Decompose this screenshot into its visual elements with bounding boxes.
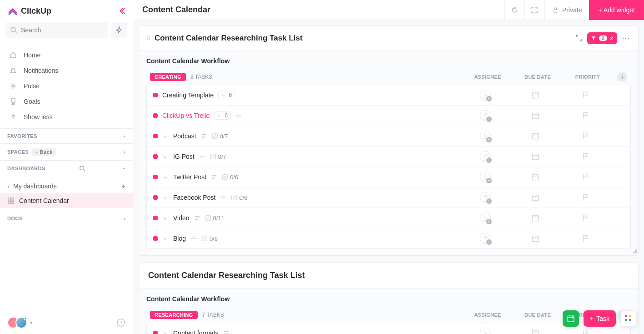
priority-cell[interactable] [560,329,610,334]
drag-handle-icon[interactable]: ⠿ [146,35,151,42]
collapse-sidebar-button[interactable] [118,7,125,15]
fullscreen-button[interactable] [524,0,544,20]
assignee-cell[interactable]: + [460,131,510,142]
expand-widget-button[interactable] [575,35,583,42]
private-button[interactable]: Private [544,0,589,20]
search-input[interactable] [21,26,104,34]
priority-cell[interactable] [560,234,610,243]
checklist-badge[interactable]: 0/11 [205,215,225,222]
task-row[interactable]: Twitter Post0/6 + [147,167,630,187]
due-date-cell[interactable] [510,111,560,120]
status-dot[interactable] [153,216,158,220]
my-dashboards-row[interactable]: ▾ My dashboards + [0,179,133,193]
col-due-date[interactable]: DUE DATE [513,312,563,318]
favorites-section[interactable]: FAVORITES › [0,128,133,143]
more-button[interactable]: ⋯ [622,33,631,43]
assignee-cell[interactable]: + [460,172,510,182]
docs-section[interactable]: DOCS › [0,211,133,226]
assignee-cell[interactable]: + [460,192,510,203]
checklist-badge[interactable]: 0/6 [201,235,218,242]
due-date-cell[interactable] [510,173,560,181]
subtask-icon [162,194,169,201]
resize-handle-icon[interactable]: ◢ [633,248,637,254]
assignee-cell[interactable]: + [460,90,510,101]
checklist-badge[interactable]: 0/7 [210,153,226,160]
search-box[interactable] [5,22,108,38]
add-dashboard-button[interactable]: + [122,182,125,190]
quick-action-button[interactable] [111,22,127,38]
description-icon [201,133,207,139]
status-dot[interactable] [153,154,158,159]
assignee-cell[interactable]: + [460,110,510,121]
chevron-down-icon[interactable]: ▾ [30,320,32,325]
due-date-cell[interactable] [510,234,560,243]
due-date-cell[interactable] [510,91,560,99]
assign-icon: + [480,233,491,244]
help-icon[interactable]: ? [116,318,125,327]
assignee-cell[interactable]: + [460,233,510,244]
due-date-cell[interactable] [510,132,560,140]
nav-goals[interactable]: Goals [0,94,133,109]
col-assignee[interactable]: ASSIGNEE [463,312,513,318]
task-row[interactable]: Facebook Post0/6 + [147,187,630,208]
task-row[interactable]: Podcast0/7 + [147,126,630,147]
spaces-section[interactable]: SPACES ‹Back › [0,143,133,160]
status-dot[interactable] [153,236,158,241]
due-date-cell[interactable] [510,214,560,222]
task-columns: + [460,233,624,244]
add-widget-button[interactable]: + Add widget [589,0,644,20]
assignee-cell[interactable]: + [460,151,510,162]
task-row[interactable]: Creating Template6 + [147,85,630,106]
filter-pill[interactable]: 2 × [587,32,617,44]
close-filter-icon[interactable]: × [610,35,614,42]
status-dot[interactable] [153,93,158,97]
priority-cell[interactable] [560,152,610,161]
due-date-cell[interactable] [510,329,560,334]
nav-home[interactable]: Home [0,47,133,63]
dashboard-item-content-calendar[interactable]: Content Calendar [0,193,133,208]
priority-cell[interactable] [560,214,610,222]
apps-button[interactable] [620,310,637,327]
due-date-cell[interactable] [510,193,560,202]
status-dot[interactable] [153,331,158,334]
task-row[interactable]: Blog0/6 + [147,228,630,248]
subtask-badge[interactable]: 6 [214,111,231,120]
task-row[interactable]: Video0/11 + [147,208,630,228]
dashboards-section[interactable]: DASHBOARDS › [0,160,133,176]
nav-show-less[interactable]: Show less [0,109,133,125]
priority-cell[interactable] [560,193,610,202]
priority-cell[interactable] [560,91,610,99]
status-dot[interactable] [153,113,158,118]
col-priority[interactable]: PRIORITY [563,74,613,80]
task-row[interactable]: IG Post0/7 + [147,147,630,167]
due-date-cell[interactable] [510,152,560,161]
status-dot[interactable] [153,195,158,200]
checklist-badge[interactable]: 0/6 [222,174,238,181]
search-icon[interactable] [79,165,85,172]
avatar-stack[interactable] [7,317,27,329]
nav-notifications[interactable]: Notifications [0,63,133,78]
priority-cell[interactable] [560,132,610,140]
calendar-button[interactable] [563,310,579,327]
task-row[interactable]: Content formats + [147,323,630,334]
checklist-badge[interactable]: 0/6 [231,194,247,201]
new-task-button[interactable]: + Task [584,310,616,327]
status-dot[interactable] [153,134,158,138]
checklist-badge[interactable]: 0/7 [212,133,228,140]
col-assignee[interactable]: ASSIGNEE [463,74,513,80]
assignee-cell[interactable]: + [460,328,510,334]
add-column-button[interactable]: + [617,72,627,82]
priority-cell[interactable] [560,173,610,181]
task-row[interactable]: ClickUp vs Trello6 + [147,106,630,126]
status-dot[interactable] [153,175,158,179]
status-pill[interactable]: CREATING [150,73,186,81]
assignee-cell[interactable]: + [460,213,510,223]
logo[interactable]: ClickUp [7,5,51,16]
refresh-button[interactable] [504,0,524,20]
subtask-badge[interactable]: 6 [218,91,235,99]
nav-pulse[interactable]: Pulse [0,78,133,94]
status-pill[interactable]: RESEARCHING [150,311,198,319]
col-due-date[interactable]: DUE DATE [513,74,563,80]
back-pill[interactable]: ‹Back [32,148,56,156]
priority-cell[interactable] [560,111,610,120]
